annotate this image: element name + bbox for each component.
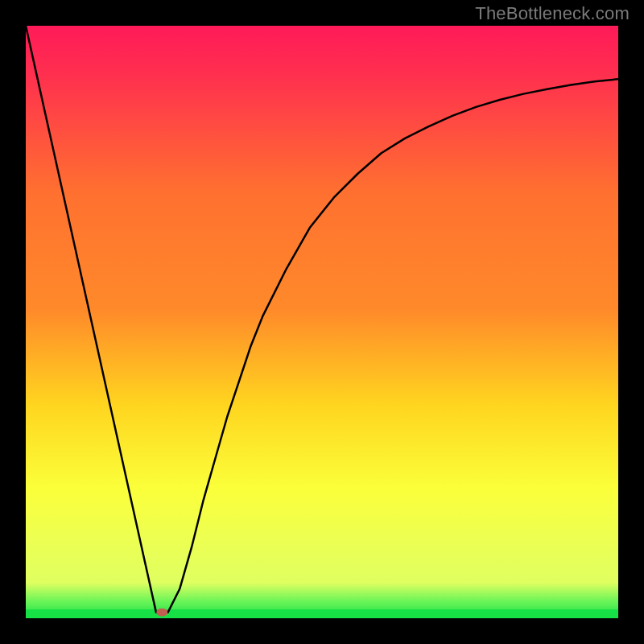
plot-background [26,26,618,618]
green-baseline-strip [26,609,618,618]
chart-svg [0,0,644,644]
optimal-point-marker [156,609,167,617]
bottleneck-chart: TheBottleneck.com [0,0,644,644]
watermark-text: TheBottleneck.com [475,3,630,24]
